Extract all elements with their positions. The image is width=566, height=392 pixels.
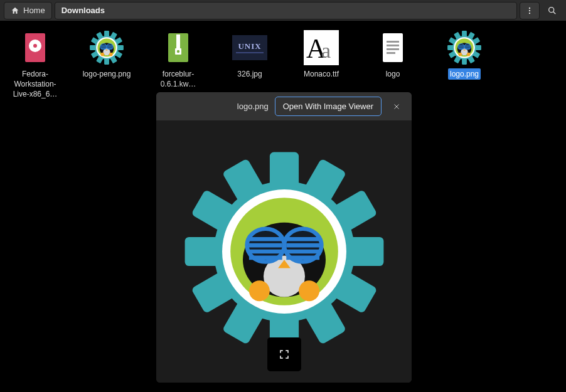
file-item[interactable]: logo xyxy=(364,29,422,80)
file-item[interactable]: forceblur-0.6.1.kw… xyxy=(149,29,207,90)
archive-icon xyxy=(160,29,196,66)
file-label: Monaco.ttf xyxy=(302,68,341,80)
preview-close-button[interactable] xyxy=(388,98,405,115)
svg-text:a: a xyxy=(321,39,331,62)
path-segment: Downloads xyxy=(61,6,105,15)
preview-body xyxy=(156,120,412,383)
svg-point-27 xyxy=(33,44,37,48)
home-button[interactable]: Home xyxy=(4,2,52,19)
svg-point-22 xyxy=(529,12,530,13)
search-button[interactable] xyxy=(542,2,562,19)
preview-title: logo.png xyxy=(237,102,269,111)
home-icon xyxy=(11,6,19,15)
file-label: 326.jpg xyxy=(235,68,264,80)
unix-jpg-icon: UNIX xyxy=(232,29,268,66)
view-menu-button[interactable] xyxy=(520,2,540,19)
file-item[interactable]: UNIX326.jpg xyxy=(221,29,279,80)
file-label: logo-peng.png xyxy=(81,68,133,80)
fullscreen-button[interactable] xyxy=(267,337,301,371)
svg-rect-34 xyxy=(236,52,264,53)
path-bar[interactable]: Downloads xyxy=(55,2,517,19)
svg-rect-29 xyxy=(176,34,180,48)
svg-rect-41 xyxy=(387,48,399,50)
preview-image xyxy=(181,148,388,355)
svg-point-20 xyxy=(529,7,530,8)
gearpenguin-icon xyxy=(88,29,125,66)
toolbar: Home Downloads xyxy=(0,0,566,21)
file-item[interactable]: AaMonaco.ttf xyxy=(292,29,350,80)
textdoc-icon xyxy=(375,29,411,66)
svg-text:UNIX: UNIX xyxy=(238,41,261,51)
home-label: Home xyxy=(23,6,45,15)
file-item[interactable]: logo-peng.png xyxy=(78,29,136,80)
kebab-icon xyxy=(525,6,534,15)
file-item[interactable]: logo.png xyxy=(435,29,493,80)
svg-point-23 xyxy=(549,7,554,12)
svg-point-21 xyxy=(529,9,530,11)
svg-line-24 xyxy=(553,11,556,14)
svg-rect-40 xyxy=(387,45,399,46)
font-icon: Aa xyxy=(303,29,339,66)
svg-point-31 xyxy=(177,50,179,53)
file-label: logo xyxy=(384,68,402,80)
file-label: forceblur-0.6.1.kw… xyxy=(149,68,207,90)
preview-popover: logo.png Open With Image Viewer xyxy=(156,92,412,383)
open-with-button[interactable]: Open With Image Viewer xyxy=(275,97,382,116)
file-label: Fedora-Workstation-Live-x86_6… xyxy=(6,68,64,100)
fullscreen-icon xyxy=(279,349,290,360)
close-icon xyxy=(393,103,400,110)
file-item[interactable]: Fedora-Workstation-Live-x86_6… xyxy=(6,29,64,100)
svg-rect-38 xyxy=(383,33,403,62)
svg-rect-42 xyxy=(387,52,395,54)
gearpenguin-icon xyxy=(446,29,483,66)
search-icon xyxy=(547,6,557,16)
svg-rect-39 xyxy=(387,41,399,43)
file-label: logo.png xyxy=(448,68,481,80)
preview-header: logo.png Open With Image Viewer xyxy=(156,92,412,120)
iso-icon xyxy=(17,29,53,66)
